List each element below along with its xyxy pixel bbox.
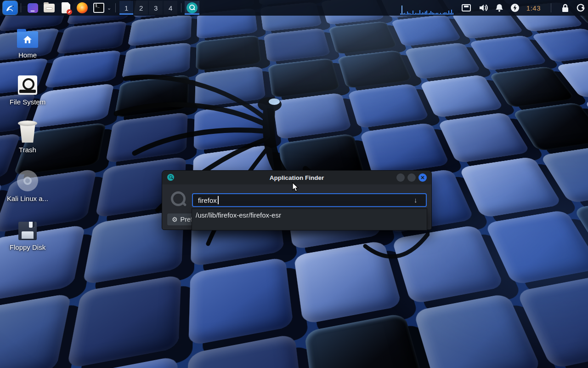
terminal-dropdown-chevron-icon[interactable]: ⌄ [107, 5, 111, 11]
panel-separator [181, 3, 181, 12]
desktop-icon-label: Home [2, 51, 53, 59]
logout-icon [576, 3, 585, 12]
hard-drive-icon [18, 75, 37, 95]
window-title: Application Finder [162, 174, 431, 181]
launcher-file-manager[interactable] [43, 2, 55, 14]
applications-menu-button[interactable] [3, 1, 17, 15]
power-battery-icon [510, 3, 520, 12]
launcher-firefox[interactable] [76, 2, 88, 14]
kali-logo-icon [5, 3, 15, 13]
trash-rim [18, 121, 37, 126]
system-tray: 1:43 [400, 0, 585, 16]
floppy-disk-icon [18, 222, 37, 240]
desktop-icon-label: Floppy Disk [2, 243, 53, 251]
trash-icon [19, 124, 36, 143]
lock-icon [561, 4, 569, 12]
desktop-screen: $_ ⌄ 1 2 3 4 [0, 0, 588, 368]
desktop-icon-label: File System [2, 98, 53, 106]
workspace-button-2[interactable]: 2 [134, 1, 148, 15]
volume-tray-button[interactable] [478, 3, 488, 12]
firefox-icon [77, 2, 88, 13]
disc-icon [17, 170, 38, 191]
workspace-button-1[interactable]: 1 [119, 1, 133, 15]
taskbar-application-finder-button[interactable] [185, 1, 199, 15]
volume-icon [478, 3, 488, 12]
desktop-icon-floppy-disk[interactable]: Floppy Disk [2, 218, 53, 251]
close-button[interactable]: ✕ [418, 173, 427, 182]
maximize-button[interactable] [407, 173, 416, 182]
logout-button[interactable] [576, 3, 585, 12]
files-app-icon [28, 3, 38, 13]
autocomplete-suggestion[interactable]: /usr/lib/firefox-esr/firefox-esr [192, 209, 427, 221]
panel-clock[interactable]: 1:43 [526, 4, 541, 12]
launcher-terminal[interactable]: $_ [93, 2, 105, 14]
text-caret [218, 196, 219, 204]
network-wired-icon [461, 3, 471, 12]
text-editor-icon [62, 2, 70, 13]
terminal-icon: $_ [93, 3, 104, 13]
desktop-icon-label: Kali Linux a... [2, 195, 53, 202]
launcher-files-app[interactable] [27, 2, 39, 14]
workspace-button-4[interactable]: 4 [164, 1, 177, 15]
workspace-button-3[interactable]: 3 [149, 1, 163, 15]
desktop-icon-home[interactable]: Home [2, 26, 53, 59]
house-icon [23, 35, 32, 44]
lock-screen-button[interactable] [561, 4, 569, 12]
desktop-icon-kali-linux[interactable]: Kali Linux a... [2, 169, 53, 202]
desktop-icon-trash[interactable]: Trash [2, 121, 53, 154]
autocomplete-popup: /usr/lib/firefox-esr/firefox-esr [192, 208, 427, 230]
notifications-tray-button[interactable] [495, 3, 503, 12]
power-manager-tray-button[interactable] [510, 3, 520, 12]
network-tray-button[interactable] [461, 3, 471, 12]
gear-icon: ⚙ [172, 216, 178, 223]
system-load-graph[interactable] [400, 0, 454, 16]
bell-icon [495, 3, 503, 12]
desktop-icon-file-system[interactable]: File System [2, 73, 53, 106]
top-panel: $_ ⌄ 1 2 3 4 [0, 0, 588, 16]
file-manager-icon [44, 4, 55, 12]
panel-separator [115, 3, 116, 12]
search-input[interactable] [192, 193, 427, 207]
application-finder-icon [187, 2, 198, 13]
titlebar[interactable]: Application Finder ✕ [162, 171, 431, 184]
panel-separator [21, 3, 21, 12]
panel-separator [551, 3, 551, 12]
home-folder-icon [17, 31, 38, 48]
kali-dragon-logo [108, 48, 430, 274]
launcher-text-editor[interactable] [60, 2, 72, 14]
search-icon [170, 190, 187, 207]
application-finder-window-icon [167, 174, 174, 181]
desktop-icon-label: Trash [2, 146, 53, 154]
edit-badge-icon [67, 9, 72, 15]
minimize-button[interactable] [396, 173, 405, 182]
